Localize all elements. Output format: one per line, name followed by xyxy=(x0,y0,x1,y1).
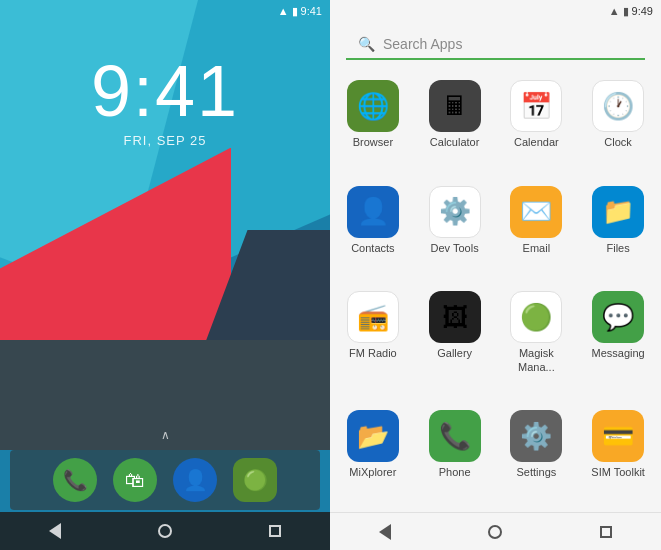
messaging-label: Messaging xyxy=(592,347,645,360)
signal-icon: ▲ xyxy=(278,5,289,17)
app-item-calendar[interactable]: 📅Calendar xyxy=(498,72,576,174)
dock: 📞 🛍 👤 🟢 xyxy=(10,450,320,510)
search-icon: 🔍 xyxy=(358,36,375,52)
left-navbar xyxy=(0,512,330,550)
contacts-icon: 👤 xyxy=(347,186,399,238)
app-item-calculator[interactable]: 🖩Calculator xyxy=(416,72,494,174)
messaging-icon: 💬 xyxy=(592,291,644,343)
files-label: Files xyxy=(607,242,630,255)
app-item-clock[interactable]: 🕐Clock xyxy=(579,72,657,174)
back-icon xyxy=(49,523,61,539)
left-status-bar: ▲ ▮ 9:41 xyxy=(0,0,330,22)
right-status-icons: ▲ ▮ 9:49 xyxy=(609,5,653,18)
phone-icon: 📞 xyxy=(429,410,481,462)
app-item-settings[interactable]: ⚙️Settings xyxy=(498,402,576,504)
status-icons: ▲ ▮ 9:41 xyxy=(278,5,322,18)
devtools-label: Dev Tools xyxy=(431,242,479,255)
home-icon xyxy=(158,524,172,538)
recents-button[interactable] xyxy=(255,516,295,546)
browser-label: Browser xyxy=(353,136,393,149)
dock-area: ∧ 📞 🛍 👤 🟢 xyxy=(0,428,330,510)
left-clock: 9:41 xyxy=(301,5,322,17)
fmradio-label: FM Radio xyxy=(349,347,397,360)
dock-magisk-icon[interactable]: 🟢 xyxy=(233,458,277,502)
app-item-phone[interactable]: 📞Phone xyxy=(416,402,494,504)
search-container: 🔍 Search Apps xyxy=(330,22,661,64)
right-recents-button[interactable] xyxy=(586,517,626,547)
right-home-icon xyxy=(488,525,502,539)
lock-screen-time: 9:41 FRI, SEP 25 xyxy=(0,55,330,148)
right-status-bar: ▲ ▮ 9:49 xyxy=(330,0,661,22)
settings-icon: ⚙️ xyxy=(510,410,562,462)
magisk-label: Magisk Mana... xyxy=(502,347,572,373)
phone-label: Phone xyxy=(439,466,471,479)
search-placeholder: Search Apps xyxy=(383,36,462,52)
home-button[interactable] xyxy=(145,516,185,546)
app-item-simtoolkit[interactable]: 💳SIM Toolkit xyxy=(579,402,657,504)
app-item-messaging[interactable]: 💬Messaging xyxy=(579,283,657,398)
app-item-contacts[interactable]: 👤Contacts xyxy=(334,178,412,280)
calendar-icon: 📅 xyxy=(510,80,562,132)
right-back-icon xyxy=(379,524,391,540)
battery-icon: ▮ xyxy=(292,5,298,18)
right-navbar xyxy=(330,512,661,550)
app-item-magisk[interactable]: 🟢Magisk Mana... xyxy=(498,283,576,398)
dock-store-icon[interactable]: 🛍 xyxy=(113,458,157,502)
mixplorer-icon: 📂 xyxy=(347,410,399,462)
magisk-icon: 🟢 xyxy=(510,291,562,343)
calculator-label: Calculator xyxy=(430,136,480,149)
recents-icon xyxy=(269,525,281,537)
search-bar[interactable]: 🔍 Search Apps xyxy=(346,30,645,60)
right-battery-icon: ▮ xyxy=(623,5,629,18)
gallery-label: Gallery xyxy=(437,347,472,360)
right-recents-icon xyxy=(600,526,612,538)
time-display: 9:41 xyxy=(0,55,330,127)
back-button[interactable] xyxy=(35,516,75,546)
app-item-fmradio[interactable]: 📻FM Radio xyxy=(334,283,412,398)
right-home-button[interactable] xyxy=(475,517,515,547)
app-item-mixplorer[interactable]: 📂MiXplorer xyxy=(334,402,412,504)
fmradio-icon: 📻 xyxy=(347,291,399,343)
contacts-label: Contacts xyxy=(351,242,394,255)
app-item-files[interactable]: 📁Files xyxy=(579,178,657,280)
calculator-icon: 🖩 xyxy=(429,80,481,132)
clock-icon: 🕐 xyxy=(592,80,644,132)
email-icon: ✉️ xyxy=(510,186,562,238)
calendar-label: Calendar xyxy=(514,136,559,149)
app-item-devtools[interactable]: ⚙️Dev Tools xyxy=(416,178,494,280)
app-item-browser[interactable]: 🌐Browser xyxy=(334,72,412,174)
dock-contacts-icon[interactable]: 👤 xyxy=(173,458,217,502)
settings-label: Settings xyxy=(517,466,557,479)
email-label: Email xyxy=(523,242,551,255)
right-clock: 9:49 xyxy=(632,5,653,17)
simtoolkit-label: SIM Toolkit xyxy=(591,466,645,479)
right-back-button[interactable] xyxy=(365,517,405,547)
date-display: FRI, SEP 25 xyxy=(0,133,330,148)
files-icon: 📁 xyxy=(592,186,644,238)
simtoolkit-icon: 💳 xyxy=(592,410,644,462)
clock-label: Clock xyxy=(604,136,632,149)
dock-phone-icon[interactable]: 📞 xyxy=(53,458,97,502)
gallery-icon: 🖼 xyxy=(429,291,481,343)
devtools-icon: ⚙️ xyxy=(429,186,481,238)
mixplorer-label: MiXplorer xyxy=(349,466,396,479)
apps-grid: 🌐Browser🖩Calculator📅Calendar🕐Clock👤Conta… xyxy=(330,64,661,512)
left-phone: ▲ ▮ 9:41 9:41 FRI, SEP 25 ∧ 📞 🛍 👤 🟢 xyxy=(0,0,330,550)
app-item-email[interactable]: ✉️Email xyxy=(498,178,576,280)
browser-icon: 🌐 xyxy=(347,80,399,132)
right-phone: ▲ ▮ 9:49 🔍 Search Apps 🌐Browser🖩Calculat… xyxy=(330,0,661,550)
swipe-up-indicator: ∧ xyxy=(0,428,330,442)
app-item-gallery[interactable]: 🖼Gallery xyxy=(416,283,494,398)
right-signal-icon: ▲ xyxy=(609,5,620,17)
